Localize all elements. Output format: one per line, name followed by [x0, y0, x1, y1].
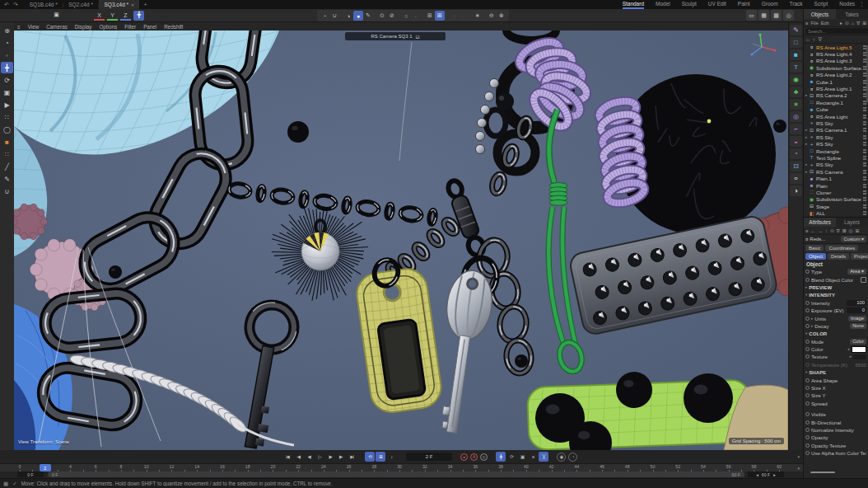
object-row[interactable]: TText Spline — [804, 154, 868, 161]
render-view-icon[interactable]: ▭ — [746, 10, 757, 21]
render-visibility-dot[interactable] — [865, 156, 866, 157]
object-row[interactable]: □Rectangle.1 — [804, 99, 868, 106]
attr-tab-object[interactable]: Object — [805, 253, 826, 260]
section-label[interactable]: COLOR — [809, 331, 866, 336]
render-visibility-dot[interactable] — [865, 121, 866, 123]
home-icon[interactable]: ⌂ — [852, 21, 855, 26]
keyframe-dot[interactable] — [805, 412, 810, 416]
spline-primitive-tool[interactable]: □ — [790, 37, 802, 48]
time-tool[interactable]: ◔ — [790, 148, 802, 159]
character-icon[interactable]: ⊙ — [377, 11, 387, 21]
record-parameter-toggle[interactable]: ≡ — [528, 452, 538, 462]
move-tool[interactable]: ╋ — [1, 62, 13, 73]
primitive-cube-tool[interactable]: ■ — [790, 49, 802, 60]
livelink-tool[interactable]: ◔ — [1, 37, 13, 49]
section-label[interactable]: SHAPE — [809, 369, 866, 375]
prev-key-button[interactable]: ∙◀ — [293, 452, 303, 462]
camera-label[interactable]: RS Camera SQ3 1 ⊡ — [345, 32, 446, 40]
ruler-menu-icon[interactable]: ▾ — [797, 466, 800, 471]
next-key-button[interactable]: ▶∙ — [336, 452, 346, 462]
keyframe-dot[interactable] — [805, 443, 810, 448]
poly-select-tool[interactable]: ■ — [1, 136, 13, 148]
expand-icon[interactable]: ▸ — [848, 347, 850, 351]
redo-icon[interactable]: ↷ — [13, 2, 18, 8]
close-circle-icon[interactable]: ⊗ — [497, 11, 506, 21]
filter-icon[interactable]: ∇ — [856, 21, 860, 26]
record-position-toggle[interactable]: ╋ — [496, 452, 506, 462]
field-input[interactable]: 0 — [847, 307, 866, 313]
edit-menu[interactable]: Edit — [821, 21, 829, 26]
object-row[interactable]: ▸⊡RS Camera.2 — [804, 92, 868, 99]
pen-tool[interactable]: ✎ — [1, 173, 13, 185]
layout-tab-track[interactable]: Track — [790, 0, 803, 9]
objects-up-icon[interactable]: ↑ — [813, 37, 815, 42]
document-tab[interactable]: SQ2.c4d * — [63, 0, 98, 9]
record-button[interactable]: ● — [460, 453, 468, 461]
render-visibility-dot[interactable] — [865, 197, 866, 199]
keyframe-dot[interactable] — [805, 301, 810, 305]
render-visibility-dot[interactable] — [865, 204, 866, 206]
render-visibility-dot[interactable] — [865, 107, 866, 109]
play-button[interactable]: ▷ — [315, 452, 324, 462]
section-arrow-icon[interactable]: ▾ — [805, 331, 807, 336]
viewport-menu-options[interactable]: Options — [99, 24, 117, 30]
knife-tool[interactable]: ╱ — [1, 161, 13, 172]
attr-tab-details[interactable]: Details — [828, 253, 849, 260]
layout-overflow-icon[interactable]: ⋮ — [859, 1, 865, 7]
spinner-right-icon[interactable]: ▸ — [773, 472, 776, 477]
attributes-filter-icon[interactable]: ∇ — [837, 228, 840, 233]
object-row[interactable]: ¤RS Area Light.1 — [804, 85, 868, 92]
sound-toggle[interactable]: ♪ — [386, 452, 396, 462]
object-row[interactable]: ∷Cloner — [804, 189, 868, 195]
object-row[interactable]: ▸◕RS Sky — [804, 134, 868, 140]
section-arrow-icon[interactable]: ▾ — [805, 370, 807, 374]
timeline-ruler[interactable]: ▾ 04681012141618202224262830323436384042… — [0, 463, 803, 472]
magnify-tool[interactable]: ⊕ — [1, 25, 13, 36]
layout-tab-groom[interactable]: Groom — [762, 0, 778, 9]
select-tool[interactable]: ▶ — [1, 99, 13, 110]
history-icon[interactable]: ◔ — [320, 11, 329, 21]
text-tool[interactable]: T — [790, 62, 802, 73]
object-row[interactable]: ▸⊡RS Camera.1 — [804, 127, 868, 134]
subdivision-surface-tool[interactable]: ◉ — [790, 74, 802, 85]
record-rotation-toggle[interactable]: ⟳ — [506, 452, 516, 462]
simulate-sphere-icon[interactable]: ● — [353, 11, 363, 21]
expand-icon[interactable]: ▸ — [850, 354, 852, 359]
autokey-button[interactable]: A — [470, 453, 478, 461]
object-row[interactable]: ◉Subdivision Surface.1 — [804, 64, 868, 71]
object-row[interactable]: ▸◕RS Sky — [804, 140, 868, 147]
spline-pen-tool[interactable]: ✎ — [790, 25, 802, 35]
spiral-deformer-tool[interactable]: ◎ — [790, 111, 802, 122]
attr-tab-coordinates[interactable]: Coordinates — [825, 245, 858, 251]
axis-lock-button[interactable]: ╋ — [133, 11, 144, 21]
search-input[interactable] — [805, 28, 868, 34]
render-visibility-dot[interactable] — [865, 176, 866, 178]
camera-tool[interactable]: ⊡ — [790, 161, 802, 171]
viewport-menu-filter[interactable]: Filter — [124, 24, 136, 30]
keyframe-dot[interactable] — [805, 308, 810, 312]
viewport-menu-cameras[interactable]: Cameras — [46, 24, 68, 30]
edge-select-tool[interactable]: ◯ — [1, 124, 13, 135]
object-row[interactable]: ¤RS Area Light.2 — [804, 72, 868, 78]
brush-icon[interactable]: ✎ — [363, 11, 373, 21]
tab-close-icon[interactable]: × — [131, 2, 134, 7]
capsule-tool[interactable]: ◦ — [1, 49, 13, 61]
attributes-pin-icon[interactable]: ◎ — [849, 228, 853, 233]
object-row[interactable]: □Rectangle — [804, 148, 868, 154]
axis-y-button[interactable]: Y — [107, 11, 118, 21]
render-visibility-dot[interactable] — [865, 142, 866, 143]
particles-icon[interactable]: ∗ — [473, 11, 483, 21]
generator-tool[interactable]: ∗ — [790, 99, 802, 110]
keyframe-dot[interactable] — [805, 363, 810, 367]
range-end-field[interactable]: ◂ 60 F ▸ — [748, 472, 784, 477]
section-label[interactable]: PREVIEW — [809, 284, 866, 290]
objects-home-icon[interactable]: ⌂ — [806, 37, 810, 42]
object-row[interactable]: ◉Subdivision Surface — [804, 196, 868, 203]
minus-circle-icon[interactable]: ⊖ — [487, 11, 497, 21]
keyframe-settings-button[interactable]: ◎ — [480, 453, 488, 461]
render-visibility-dot[interactable] — [865, 170, 866, 171]
render-visibility-dot[interactable] — [865, 115, 866, 116]
keyframe-dot[interactable] — [805, 393, 810, 397]
field-value[interactable]: Color — [850, 339, 866, 345]
viewport-menu-icon[interactable]: ≡ — [17, 24, 21, 30]
